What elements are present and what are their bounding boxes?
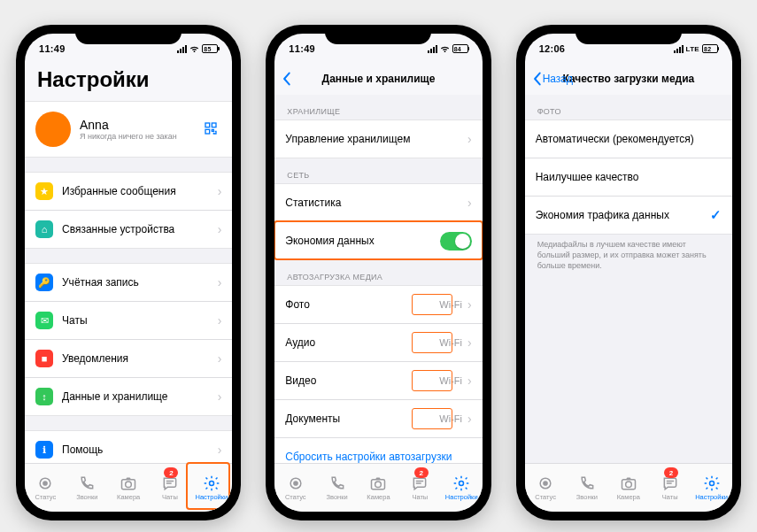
tab-status[interactable]: Статус xyxy=(274,464,316,512)
tab-settings[interactable]: Настройки xyxy=(441,464,483,512)
chevron-right-icon: › xyxy=(467,197,472,209)
option-label: Автоматически (рекомендуется) xyxy=(536,133,722,145)
row-label: Избранные сообщения xyxy=(62,185,216,197)
svg-rect-2 xyxy=(205,129,210,134)
page-title: Настройки xyxy=(25,64,232,101)
group-account: 🔑Учётная запись›✉Чаты›■Уведомления›↕Данн… xyxy=(25,263,232,416)
clock: 12:06 xyxy=(539,43,566,54)
tab-label: Камера xyxy=(617,493,640,501)
tab-bar: СтатусЗвонкиКамераЧаты2Настройки xyxy=(274,463,482,512)
row-label: Документы xyxy=(285,412,439,425)
tab-chats[interactable]: Чаты2 xyxy=(649,464,691,512)
svg-point-14 xyxy=(544,482,547,485)
tab-label: Камера xyxy=(117,493,140,501)
quality-option[interactable]: Наилучшее качество xyxy=(525,158,732,196)
tab-chats[interactable]: Чаты2 xyxy=(150,464,191,512)
chevron-right-icon: › xyxy=(218,223,222,235)
svg-point-9 xyxy=(294,482,297,485)
notch xyxy=(325,25,431,44)
tab-camera[interactable]: Камера xyxy=(358,464,399,512)
settings-row[interactable]: ⌂Связанные устройства› xyxy=(25,210,232,248)
manage-storage-row[interactable]: Управление хранилищем › xyxy=(274,120,482,158)
svg-point-12 xyxy=(460,482,464,486)
tab-status[interactable]: Статус xyxy=(25,464,66,512)
data-saver-toggle[interactable] xyxy=(440,232,472,251)
tab-label: Статус xyxy=(35,493,57,501)
cellular-icon xyxy=(177,45,187,53)
tab-calls[interactable]: Звонки xyxy=(316,464,358,512)
tab-settings[interactable]: Настройки xyxy=(691,464,732,512)
tab-settings[interactable]: Настройки xyxy=(190,464,232,512)
row-icon: ⌂ xyxy=(35,220,53,238)
tab-label: Камера xyxy=(367,493,390,501)
clock: 11:49 xyxy=(39,43,66,54)
row-label: Фото xyxy=(285,298,439,311)
tab-chats[interactable]: Чаты2 xyxy=(399,464,441,512)
tab-label: Звонки xyxy=(576,493,598,501)
settings-row[interactable]: ℹПомощь› xyxy=(25,431,232,463)
section-photo: ФОТО xyxy=(525,95,732,120)
signal-label: LTE xyxy=(686,45,699,53)
battery-icon: 84 xyxy=(452,44,468,53)
avatar xyxy=(35,112,71,147)
tab-camera[interactable]: Камера xyxy=(607,464,649,512)
row-icon: ✉ xyxy=(35,312,53,329)
nav-title: Данные и хранилище xyxy=(322,73,436,85)
tab-calls[interactable]: Звонки xyxy=(66,464,108,512)
tab-label: Настройки xyxy=(695,493,728,501)
row-label: Данные и хранилище xyxy=(62,390,216,403)
profile-cell[interactable]: Anna Я никогда ничего не закан xyxy=(25,102,232,157)
network-stats-row[interactable]: Статистика › xyxy=(274,184,482,221)
data-saver-row[interactable]: Экономия данных xyxy=(274,221,482,259)
svg-point-11 xyxy=(375,482,382,488)
phone-upload-quality: 12:06 LTE 82 Назад Качество загрузки мед… xyxy=(516,25,741,520)
tab-label: Чаты xyxy=(162,493,178,501)
group-help: ℹПомощь›♥Рассказать другу› xyxy=(25,430,232,463)
option-label: Экономия трафика данных xyxy=(536,209,710,221)
reset-autodownload-button[interactable]: Сбросить настройки автозагрузки xyxy=(274,437,482,463)
back-button[interactable] xyxy=(282,72,291,86)
svg-point-17 xyxy=(709,482,714,486)
back-button[interactable]: Назад xyxy=(532,72,573,86)
option-label: Наилучшее качество xyxy=(536,171,722,183)
quality-note: Медиафайлы в лучшем качестве имеют больш… xyxy=(525,235,732,273)
settings-row[interactable]: ↕Данные и хранилище› xyxy=(25,377,232,415)
svg-point-7 xyxy=(209,482,213,486)
settings-row[interactable]: 🔑Учётная запись› xyxy=(25,264,232,301)
chevron-right-icon: › xyxy=(218,390,222,403)
row-label: Помощь xyxy=(62,443,216,456)
chevron-right-icon: › xyxy=(467,298,472,311)
nav-bar: Данные и хранилище xyxy=(274,64,482,95)
tab-label: Настройки xyxy=(445,493,478,501)
badge: 2 xyxy=(664,467,678,478)
chevron-right-icon: › xyxy=(218,352,222,365)
settings-row[interactable]: ★Избранные сообщения› xyxy=(25,173,232,210)
tab-camera[interactable]: Камера xyxy=(108,464,150,512)
section-network: СЕТЬ xyxy=(274,158,482,183)
tab-status[interactable]: Статус xyxy=(525,464,567,512)
quality-option[interactable]: Экономия трафика данных✓ xyxy=(525,196,732,234)
row-label: Чаты xyxy=(62,314,216,327)
tab-label: Чаты xyxy=(412,493,428,501)
chevron-right-icon: › xyxy=(467,412,472,425)
quality-option[interactable]: Автоматически (рекомендуется) xyxy=(525,120,732,158)
row-value: Wi-Fi xyxy=(439,299,462,310)
settings-row[interactable]: ✉Чаты› xyxy=(25,301,232,339)
wifi-icon xyxy=(189,43,199,55)
svg-rect-1 xyxy=(212,123,217,127)
row-value: Wi-Fi xyxy=(439,375,462,386)
tab-label: Звонки xyxy=(327,493,348,501)
qr-icon[interactable] xyxy=(204,121,218,138)
tab-calls[interactable]: Звонки xyxy=(567,464,608,512)
svg-point-16 xyxy=(625,482,631,488)
media-row[interactable]: ФотоWi-Fi› xyxy=(274,286,482,323)
tab-label: Звонки xyxy=(76,493,97,501)
media-row[interactable]: ВидеоWi-Fi› xyxy=(274,361,482,399)
row-icon: ℹ xyxy=(35,441,53,459)
settings-row[interactable]: ■Уведомления› xyxy=(25,339,232,377)
media-row[interactable]: АудиоWi-Fi› xyxy=(274,323,482,361)
media-row[interactable]: ДокументыWi-Fi› xyxy=(274,399,482,437)
row-icon: ↕ xyxy=(35,388,53,405)
chevron-right-icon: › xyxy=(467,133,472,145)
battery-icon: 85 xyxy=(202,44,218,53)
